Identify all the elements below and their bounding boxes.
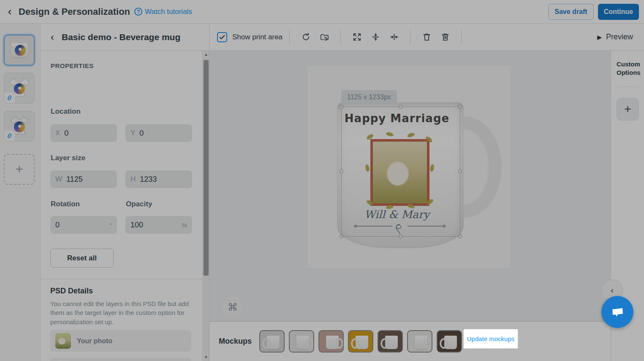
chat-bubble-icon bbox=[609, 304, 626, 320]
update-mockups-link[interactable]: Update mockups bbox=[467, 335, 515, 342]
design-personalization-app: ‹ Design & Personalization ? Watch tutor… bbox=[0, 0, 644, 361]
walkthrough-dim-overlay bbox=[0, 0, 644, 361]
chat-support-button[interactable] bbox=[601, 296, 633, 328]
update-mockups-spotlight: Update mockups bbox=[463, 329, 518, 349]
